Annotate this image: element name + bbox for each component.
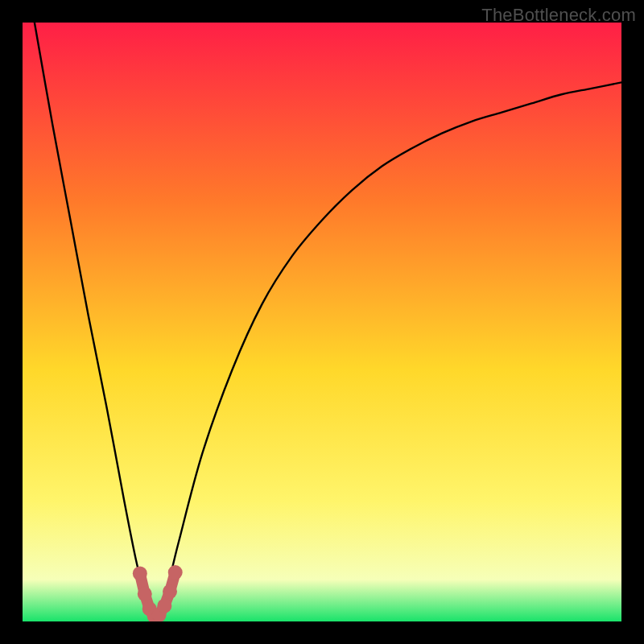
marker-dot [163,584,177,599]
marker-dot [138,587,152,601]
chart-frame: TheBottleneck.com [0,0,644,644]
gradient-background [23,23,621,621]
watermark-text: TheBottleneck.com [481,5,636,26]
marker-dot [133,566,147,580]
marker-dot [168,565,183,580]
marker-dot [157,599,171,613]
plot-svg [23,23,621,621]
plot-area [23,23,621,621]
